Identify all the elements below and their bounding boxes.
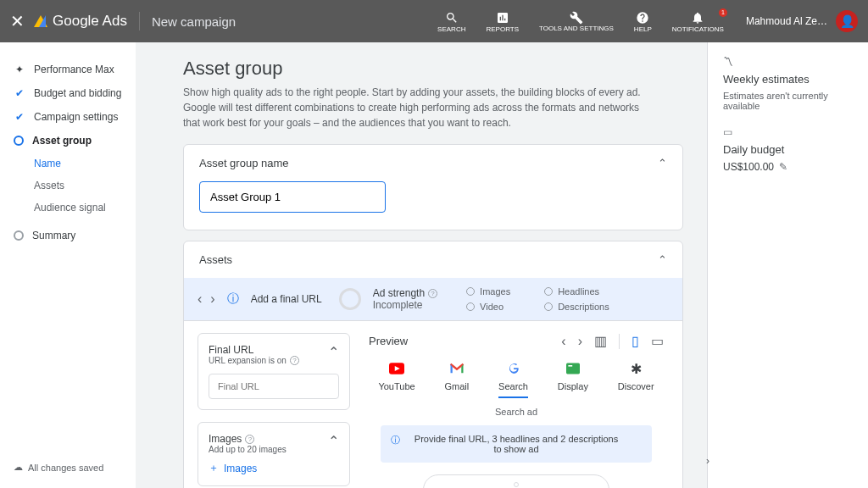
phone-notch-icon [514,482,519,487]
notifications-tool[interactable]: 1NOTIFICATIONS [672,10,724,33]
help-icon[interactable]: ? [290,356,299,365]
sidebar-sub-audience[interactable]: Audience signal [0,197,136,219]
add-images-button[interactable]: ＋Images [209,461,339,475]
sidebar-sub-name[interactable]: Name [0,152,136,175]
brand-text: Google Ads [53,13,127,30]
daily-heading: Daily budget [723,143,853,156]
ad-strength: Ad strength? Incomplete [373,287,437,311]
preview-hint: ⓘ Provide final URL, 3 headlines and 2 d… [381,425,652,463]
channel-search[interactable]: Search [498,361,528,398]
add-final-url-label: Add a final URL [251,293,322,305]
columns-icon[interactable]: ▥ [594,333,607,349]
chevron-up-icon[interactable]: ⌃ [328,433,339,449]
display-icon [565,361,581,376]
card-icon: ▭ [723,126,853,138]
header-divider [139,12,140,30]
circle-icon [466,302,475,311]
strength-ring-icon [339,288,361,310]
help-icon[interactable]: ? [428,289,437,298]
info-icon: ⓘ [391,434,400,446]
estimates-panel: 〽 Weekly estimates Estimates aren't curr… [707,42,868,488]
weekly-heading: Weekly estimates [723,73,853,86]
gmail-icon [449,361,465,376]
wrench-icon [569,10,584,25]
channel-display[interactable]: Display [558,361,588,398]
avatar: 👤 [836,10,858,32]
check-icon: ✔ [14,111,25,123]
chip-headlines: Headlines [544,286,609,297]
final-url-title: Final URL [209,344,299,356]
assets-toolbar: ‹ › ⓘ Add a final URL Ad strength? Incom… [184,278,682,321]
sidebar-item-budget[interactable]: ✔Budget and bidding [0,81,136,105]
notification-badge: 1 [719,8,727,17]
discover-icon: ✱ [628,361,643,376]
svg-rect-1 [566,363,580,374]
circle-icon [466,287,475,296]
preview-title: Preview [369,335,408,347]
channel-discover[interactable]: ✱Discover [618,361,654,398]
check-icon: ✔ [14,87,25,99]
prev-arrow-icon[interactable]: ‹ [198,291,202,307]
sidebar-item-summary[interactable]: Summary [0,224,136,247]
final-url-card: Final URL URL expansion is on? ⌃ [198,333,350,410]
preview-panel: Preview ‹ › ▥ ▯ ▭ YouTube Gmail [364,333,669,488]
stepper-sidebar: ✦Performance Max ✔Budget and bidding ✔Ca… [0,42,136,488]
spark-icon: ✦ [14,64,25,75]
channel-gmail[interactable]: Gmail [445,361,470,398]
search-ad-label: Search ad [364,407,669,417]
youtube-icon [389,361,404,376]
phone-mock: Google [423,474,609,488]
svg-rect-2 [568,365,572,367]
current-step-icon [14,136,24,146]
close-icon[interactable]: ✕ [10,11,27,31]
preview-next-icon[interactable]: › [578,334,582,349]
assets-card: Assets ⌃ ‹ › ⓘ Add a final URL Ad streng… [183,241,683,488]
separator [619,334,620,349]
edit-icon[interactable]: ✎ [779,161,787,173]
search-tool[interactable]: SEARCH [437,10,465,33]
search-icon [444,10,459,25]
trend-icon: 〽 [723,56,853,68]
sidebar-item-campaign[interactable]: ✔Campaign settings [0,105,136,129]
collapse-panel-icon[interactable]: › [699,452,716,469]
page-subtitle: Show high quality ads to the right peopl… [183,85,641,130]
bell-icon [690,10,705,25]
user-menu[interactable]: Mahmoud Al Ze… 👤 [746,10,858,32]
sidebar-item-assetgroup[interactable]: Asset group [0,129,136,152]
google-g-icon [506,361,521,376]
help-icon[interactable]: ? [245,435,254,444]
help-tool[interactable]: HELP [634,10,652,33]
desktop-device-icon[interactable]: ▭ [651,333,664,349]
sidebar-item-pmax[interactable]: ✦Performance Max [0,58,136,81]
app-header: ✕ Google Ads New campaign SEARCH REPORTS… [0,0,868,42]
images-card: Images? Add up to 20 images ⌃ ＋Images [198,422,350,486]
chevron-up-icon[interactable]: ⌃ [328,344,339,360]
mobile-device-icon[interactable]: ▯ [632,333,639,349]
help-icon [635,10,650,25]
header-tools: SEARCH REPORTS TOOLS AND SETTINGS HELP 1… [437,10,724,33]
reports-tool[interactable]: REPORTS [486,10,519,33]
card-heading: Assets [199,253,232,266]
pending-step-icon [14,230,24,241]
final-url-input[interactable] [209,374,339,399]
tools-settings-tool[interactable]: TOOLS AND SETTINGS [539,10,614,33]
preview-channels: YouTube Gmail Search Display ✱Discover [364,361,669,398]
chip-video: Video [466,302,510,312]
next-arrow-icon[interactable]: › [210,291,214,307]
card-heading: Asset group name [199,157,289,169]
daily-budget-value: US$100.00 [723,161,774,173]
circle-icon [544,302,553,311]
channel-youtube[interactable]: YouTube [378,361,415,398]
chevron-up-icon[interactable]: ⌃ [658,253,667,266]
sidebar-sub-assets[interactable]: Assets [0,175,136,197]
chip-images: Images [466,286,510,297]
page-context: New campaign [152,14,236,29]
info-icon[interactable]: ⓘ [227,291,239,307]
main-content: Asset group Show high quality ads to the… [136,42,707,488]
chip-descriptions: Descriptions [544,302,609,312]
page-title: Asset group [183,58,683,80]
preview-prev-icon[interactable]: ‹ [561,334,565,349]
asset-group-name-input[interactable] [199,181,386,213]
reports-icon [495,10,510,25]
chevron-up-icon[interactable]: ⌃ [658,157,667,169]
